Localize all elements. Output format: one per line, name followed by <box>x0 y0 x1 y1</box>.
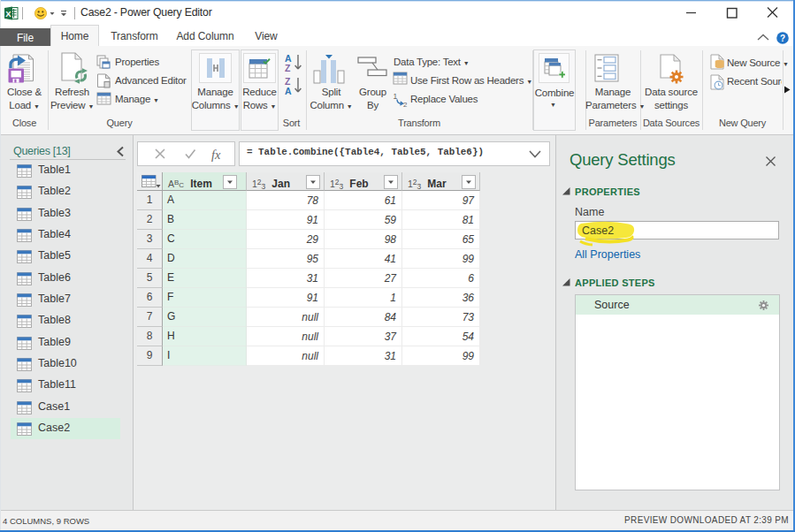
svg-text:A: A <box>285 86 292 96</box>
svg-text:Case2: Case2 <box>582 224 614 237</box>
svg-text:2: 2 <box>403 101 408 108</box>
svg-text:1: 1 <box>394 92 398 101</box>
svg-text:?: ? <box>780 34 785 43</box>
svg-text:fx: fx <box>211 148 221 162</box>
svg-text:X: X <box>5 9 11 19</box>
svg-text:Z: Z <box>285 63 291 73</box>
